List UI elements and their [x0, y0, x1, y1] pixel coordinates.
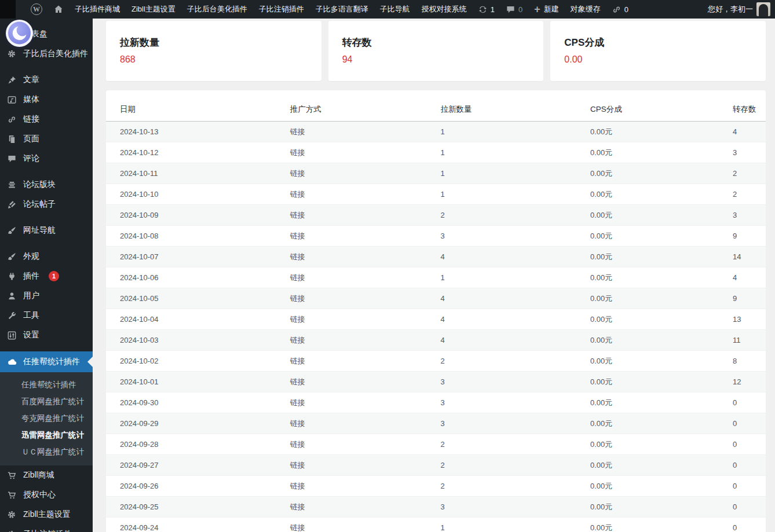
submenu-item[interactable]: 迅雷网盘推广统计: [0, 427, 93, 443]
admin-bar-menu-item[interactable]: 子比注销插件: [253, 0, 310, 19]
main-content: 拉新数量 868 转存数 94 CPS分成 0.00 日期 推广方式 拉新数量 …: [93, 19, 775, 532]
sidebar-item-zibll-shop[interactable]: Zibll商城: [0, 465, 93, 485]
paperclip-icon: [612, 5, 621, 14]
sidebar-item-users[interactable]: 用户: [0, 286, 93, 306]
table-cell: 0.00元: [590, 309, 733, 330]
sidebar-item-rentuibang-stats-plugin[interactable]: 任推帮统计插件: [0, 351, 93, 372]
admin-bar-menu-item[interactable]: 子比导航: [374, 0, 416, 19]
account-menu[interactable]: 您好，李初一: [702, 0, 775, 19]
sidebar-item-pages[interactable]: 页面: [0, 129, 93, 149]
table-cell: 链接: [290, 351, 441, 372]
wordpress-logo-icon: W: [31, 3, 42, 15]
sidebar-item-zibll-theme-settings[interactable]: Zibll主题设置: [0, 505, 93, 524]
dark-mode-toggle-button[interactable]: [5, 19, 34, 47]
table-cell: 链接: [290, 497, 441, 518]
admin-bar-menu-item[interactable]: Zibll主题设置: [126, 0, 181, 19]
table-cell: 链接: [290, 247, 441, 267]
stat-cards: 拉新数量 868 转存数 94 CPS分成 0.00: [106, 21, 766, 81]
table-cell: 2024-10-10: [106, 184, 290, 205]
avatar: [756, 2, 770, 16]
table-cell: 4: [440, 309, 590, 330]
table-cell: 3: [440, 226, 590, 247]
person-icon: [6, 292, 17, 300]
sidebar-item-label: 页面: [23, 134, 39, 144]
comment-icon: [506, 5, 515, 14]
column-header-cps: CPS分成: [590, 98, 733, 122]
gear-icon: [6, 530, 17, 532]
sidebar-item-auth-center[interactable]: 授权中心: [0, 485, 93, 505]
plus-icon: +: [534, 3, 540, 16]
submenu-item[interactable]: 夸克网盘推广统计: [0, 410, 93, 427]
admin-bar-menu-item[interactable]: 子比后台美化插件: [181, 0, 253, 19]
new-content-button[interactable]: + 新建: [528, 0, 565, 19]
submenu-item[interactable]: 百度网盘推广统计: [0, 393, 93, 410]
link-count: 0: [624, 5, 628, 14]
table-row: 2024-09-29链接30.00元0: [106, 413, 766, 434]
table-cell: 2024-10-12: [106, 142, 290, 163]
admin-bar-menu-item[interactable]: 子比多语言翻译: [310, 0, 374, 19]
table-cell: 2024-09-29: [106, 413, 290, 434]
table-cell: 2024-10-11: [106, 163, 290, 184]
table-cell: 0.00元: [590, 226, 733, 247]
table-cell: 3: [733, 205, 766, 226]
stat-card-title: 拉新数量: [120, 36, 308, 49]
update-count: 1: [491, 5, 495, 14]
sidebar-item-label: 插件: [23, 271, 39, 281]
table-cell: 2: [440, 351, 590, 372]
comments-indicator[interactable]: 0: [500, 0, 528, 19]
sidebar-submenu: 任推帮统计插件百度网盘推广统计夸克网盘推广统计迅雷网盘推广统计ＵＣ网盘推广统计: [0, 372, 93, 465]
admin-bar-menu-item[interactable]: 授权对接系统: [416, 0, 473, 19]
stat-card-saves: 转存数 94: [328, 21, 544, 81]
table-cell: 1: [440, 142, 590, 163]
sidebar-item-label: 媒体: [23, 94, 39, 105]
column-header-saves: 转存数: [733, 98, 766, 122]
sidebar-item-label: 外观: [23, 251, 39, 262]
chain-icon: [6, 115, 17, 124]
table-cell: 2: [440, 205, 590, 226]
sidebar-item-zibi-logout-plugin[interactable]: 子比注销插件: [0, 524, 93, 532]
table-cell: 0.00元: [590, 247, 733, 267]
sidebar-item-label: 文章: [23, 75, 39, 85]
cart-icon: [6, 491, 17, 500]
table-cell: 2024-10-07: [106, 247, 290, 267]
admin-bar-menu-item[interactable]: 子比插件商城: [69, 0, 126, 19]
table-row: 2024-10-06链接10.00元4: [106, 267, 766, 288]
table-cell: 链接: [290, 518, 441, 532]
table-cell: 0.00元: [590, 142, 733, 163]
sidebar-item-label: Zibll主题设置: [23, 509, 71, 520]
sidebar-item-forum-sections[interactable]: 论坛版块: [0, 175, 93, 195]
table-cell: 2: [733, 163, 766, 184]
object-cache-button[interactable]: 对象缓存: [565, 0, 606, 19]
update-icon: [478, 5, 487, 14]
table-cell: 3: [440, 413, 590, 434]
sidebar-item-links[interactable]: 链接: [0, 109, 93, 129]
link-indicator[interactable]: 0: [606, 0, 634, 19]
sidebar-item-label: Zibll商城: [23, 470, 54, 480]
sidebar-item-appearance[interactable]: 外观: [0, 247, 93, 266]
table-cell: 0.00元: [590, 476, 733, 497]
sidebar-separator: [0, 345, 93, 351]
site-home-button[interactable]: [48, 0, 69, 19]
sidebar-item-tools[interactable]: 工具: [0, 306, 93, 325]
updates-indicator[interactable]: 1: [473, 0, 500, 19]
sidebar-item-posts[interactable]: 文章: [0, 70, 93, 90]
submenu-item[interactable]: ＵＣ网盘推广统计: [0, 443, 93, 460]
table-cell: 2024-10-13: [106, 122, 290, 142]
sidebar-item-plugins[interactable]: 插件1: [0, 266, 93, 286]
sidebar-item-settings[interactable]: 设置: [0, 325, 93, 345]
sidebar-item-comments[interactable]: 评论: [0, 149, 93, 168]
gear-icon: [6, 510, 17, 519]
wordpress-logo-button[interactable]: W: [25, 0, 48, 19]
table-row: 2024-10-05链接40.00元9: [106, 288, 766, 309]
table-cell: 链接: [290, 476, 441, 497]
table-cell: 0.00元: [590, 351, 733, 372]
stats-table-card: 日期 推广方式 拉新数量 CPS分成 转存数 2024-10-13链接10.00…: [106, 90, 766, 532]
sidebar-item-forum-posts[interactable]: 论坛帖子: [0, 195, 93, 214]
pin-icon: [6, 76, 17, 85]
table-row: 2024-09-27链接20.00元0: [106, 455, 766, 476]
table-cell: 0.00元: [590, 122, 733, 142]
table-cell: 链接: [290, 309, 441, 330]
sidebar-item-site-nav[interactable]: 网址导航: [0, 221, 93, 240]
sidebar-item-media[interactable]: 媒体: [0, 90, 93, 109]
submenu-item[interactable]: 任推帮统计插件: [0, 376, 93, 393]
